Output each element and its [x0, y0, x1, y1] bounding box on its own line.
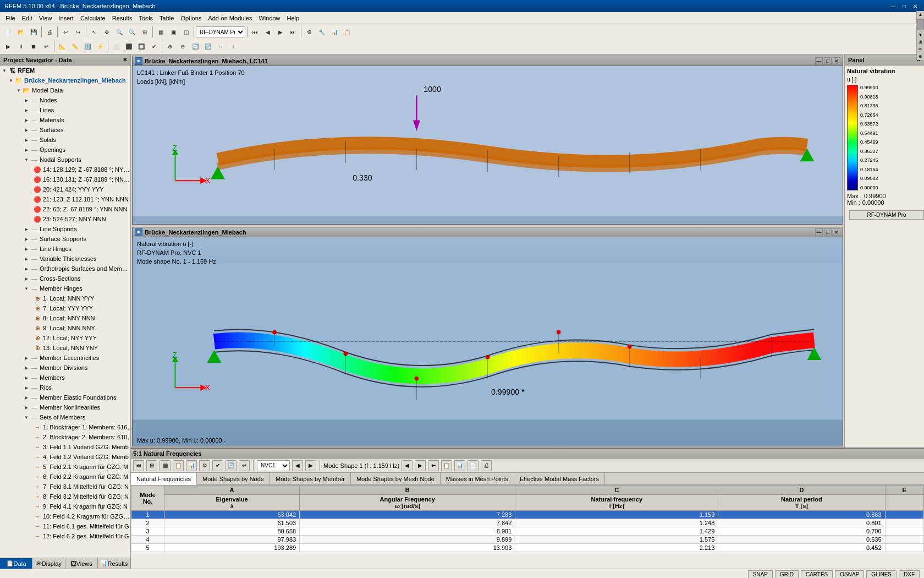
nvc-btn-8[interactable]: 🔄 [226, 460, 237, 471]
viewport-top-max-btn[interactable]: □ [824, 57, 832, 65]
tb-btn-save[interactable]: 💾 [28, 26, 40, 38]
tree-item-rfem[interactable]: ▼ 🏗 RFEM [0, 66, 130, 75]
tab-mode-shapes-member[interactable]: Mode Shapes by Member [270, 473, 351, 484]
tb-btn-redo[interactable]: ↪ [72, 26, 84, 38]
menu-help[interactable]: Help [284, 14, 303, 23]
tb2-btn-1[interactable]: ▶ [2, 40, 14, 52]
tree-item-som-9[interactable]: ↔ 10: Feld 4.2 Kragarm für GZG: N [0, 511, 130, 521]
sidebar-tab-data[interactable]: 📋 Data [0, 558, 32, 569]
nvc-combo[interactable]: NVC1 [257, 460, 290, 471]
tree-item-mh-2[interactable]: ⊕ 8: Local; NNY NNN [0, 313, 130, 323]
tb2-btn-13[interactable]: ⊕ [164, 40, 176, 52]
tb2-btn-17[interactable]: ↔ [215, 40, 227, 52]
tb-btn-nav2[interactable]: ◀ [262, 26, 274, 38]
menu-edit[interactable]: Edit [19, 14, 36, 23]
nvc-btn-export3[interactable]: 📊 [454, 460, 465, 471]
viewport-top-min-btn[interactable]: — [815, 57, 823, 65]
tree-item-ns-4[interactable]: 🔴 22: 63; Z -67.8189 °; YNN NNN [0, 204, 130, 214]
nvc-btn-export2[interactable]: 📋 [441, 460, 452, 471]
tree-item-som-6[interactable]: ↔ 7: Feld 3.1 Mittelfeld für GZG: N [0, 482, 130, 492]
status-osnap[interactable]: OSNAP [835, 570, 864, 579]
nvc-nav-next[interactable]: ▶ [305, 460, 316, 471]
tree-item-ns-0[interactable]: 🔴 14: 128,129; Z -67.8188 °; NYY N [0, 165, 130, 175]
tb2-btn-12[interactable]: ✔ [148, 40, 160, 52]
tb-btn-a1[interactable]: ⚙ [303, 26, 315, 38]
tb2-btn-10[interactable]: ⬛ [123, 40, 135, 52]
tb-btn-view3[interactable]: ◫ [180, 26, 192, 38]
close-button[interactable]: ✕ [911, 2, 920, 10]
tree-item-nodes[interactable]: ▶ — Nodes [0, 95, 130, 105]
tree-item-variable-thicknesses[interactable]: ▶ — Variable Thicknesses [0, 254, 130, 264]
tab-modal-mass[interactable]: Effective Modal Mass Factors [514, 473, 605, 484]
tree-item-member-nonlinearities[interactable]: ▶ — Member Nonlinearities [0, 402, 130, 412]
nvc-btn-7[interactable]: ✔ [212, 460, 223, 471]
nvc-btn-2[interactable]: ⊞ [146, 460, 157, 471]
tree-item-ribs[interactable]: ▶ — Ribs [0, 383, 130, 392]
tab-mode-shapes-mesh[interactable]: Mode Shapes by Mesh Node [351, 473, 441, 484]
tb-btn-move[interactable]: ✥ [101, 26, 113, 38]
bottom-table-container[interactable]: ModeNo. A B C D E Eigenvalueλ Angular Fr… [131, 485, 924, 569]
tb-btn-nav1[interactable]: ⏮ [249, 26, 261, 38]
tree-item-surfaces[interactable]: ▶ — Surfaces [0, 125, 130, 135]
nvc-btn-3[interactable]: ▦ [160, 460, 170, 471]
status-glines[interactable]: GLINES [866, 570, 897, 579]
tree-item-openings[interactable]: ▶ — Openings [0, 145, 130, 155]
tree-item-som-1[interactable]: ↔ 2: Blockträger 2: Members: 610, [0, 432, 130, 442]
tree-item-mh-1[interactable]: ⊕ 7: Local; YYY YYY [0, 303, 130, 313]
tree-item-mh-0[interactable]: ⊕ 1: Local; NNN YYY [0, 293, 130, 303]
tree-item-lines[interactable]: ▶ — Lines [0, 105, 130, 115]
viewport-bottom-min-btn[interactable]: — [815, 228, 823, 236]
tb2-btn-15[interactable]: 🔄 [189, 40, 201, 52]
tree-item-nodal-supports[interactable]: ▼ — Nodal Supports [0, 155, 130, 165]
tree-item-ns-1[interactable]: 🔴 16: 130,131; Z -67.8189 °; NNY N [0, 175, 130, 184]
tb-btn-a3[interactable]: 📊 [328, 26, 340, 38]
minimize-button[interactable]: — [889, 2, 898, 10]
tb2-btn-6[interactable]: 📏 [69, 40, 81, 52]
viewport-bottom-close-btn[interactable]: ✕ [833, 228, 840, 236]
nvc-nav2-next[interactable]: ▶ [415, 460, 426, 471]
status-cartes[interactable]: CARTES [801, 570, 833, 579]
tree-item-members[interactable]: ▶ — Members [0, 373, 130, 383]
tree-item-som-0[interactable]: ↔ 1: Blockträger 1: Members: 616, [0, 422, 130, 432]
tree-item-som-11[interactable]: ↔ 12: Feld 6.2 ges. Mittelfeld für G [0, 531, 130, 541]
tree-item-line-hinges[interactable]: ▶ — Line Hinges [0, 244, 130, 254]
tree-item-materials[interactable]: ▶ — Materials [0, 115, 130, 125]
menu-results[interactable]: Results [109, 14, 136, 23]
table-row[interactable]: 2 61.503 7.842 1.248 0.801 [131, 519, 924, 527]
rf-dynam-combo[interactable]: RF-DYNAM Pro [196, 26, 245, 37]
tree-item-som-10[interactable]: ↔ 11: Feld 6.1 ges. Mittelfeld für G [0, 521, 130, 531]
tree-item-mh-4[interactable]: ⊕ 12: Local; NYY YYY [0, 333, 130, 343]
table-row[interactable]: 3 80.658 8.981 1.429 0.700 [131, 527, 924, 536]
tb-btn-nav3[interactable]: ▶ [274, 26, 287, 38]
tree-item-som-5[interactable]: ↔ 6: Feld 2.2 Kragarm für GZG: M [0, 472, 130, 482]
menu-table[interactable]: Table [156, 14, 177, 23]
tree-item-orthotropic[interactable]: ▶ — Orthotropic Surfaces and Membra [0, 264, 130, 274]
tb2-btn-14[interactable]: ⊖ [177, 40, 189, 52]
tb2-btn-2[interactable]: ⏸ [15, 40, 27, 52]
tree-item-model-data[interactable]: ▼ 📂 Model Data [0, 85, 130, 95]
tb2-btn-9[interactable]: ⬜ [110, 40, 122, 52]
tb2-btn-11[interactable]: 🔲 [135, 40, 147, 52]
tb-btn-nav4[interactable]: ⏭ [287, 26, 299, 38]
tree-item-ns-5[interactable]: 🔴 23: 524-527; NNY NNN [0, 214, 130, 224]
tree-item-cross-sections[interactable]: ▶ — Cross-Sections [0, 274, 130, 283]
tb2-btn-3[interactable]: ⏹ [28, 40, 40, 52]
sidebar-tab-results[interactable]: 📊 Results [98, 558, 130, 569]
viewport-top-close-btn[interactable]: ✕ [833, 57, 840, 65]
tb-btn-select[interactable]: ↖ [88, 26, 100, 38]
menu-tools[interactable]: Tools [135, 14, 156, 23]
nvc-btn-6[interactable]: ⚙ [199, 460, 210, 471]
nvc-btn-export4[interactable]: 📄 [468, 460, 479, 471]
tree-item-som-3[interactable]: ↔ 4: Feld 1.2 Vorland GZG: Memb [0, 452, 130, 462]
menu-addon[interactable]: Add-on Modules [205, 14, 255, 23]
status-grid[interactable]: GRID [775, 570, 799, 579]
tree-item-ns-2[interactable]: 🔴 20: 421,424; YYY YYY [0, 184, 130, 194]
menu-view[interactable]: View [36, 14, 56, 23]
tb2-btn-7[interactable]: 🔢 [81, 40, 94, 52]
table-row[interactable]: 1 53.042 7.283 1.159 0.863 [131, 511, 924, 519]
tb-btn-print[interactable]: 🖨 [43, 26, 56, 38]
rfdy-button[interactable]: RF-DYNAM Pro [849, 210, 924, 220]
sidebar-tab-views[interactable]: 🖼 Views [65, 558, 98, 569]
tree-item-sets-of-members[interactable]: ▼ — Sets of Members [0, 412, 130, 422]
tb-btn-a2[interactable]: 🔧 [316, 26, 328, 38]
